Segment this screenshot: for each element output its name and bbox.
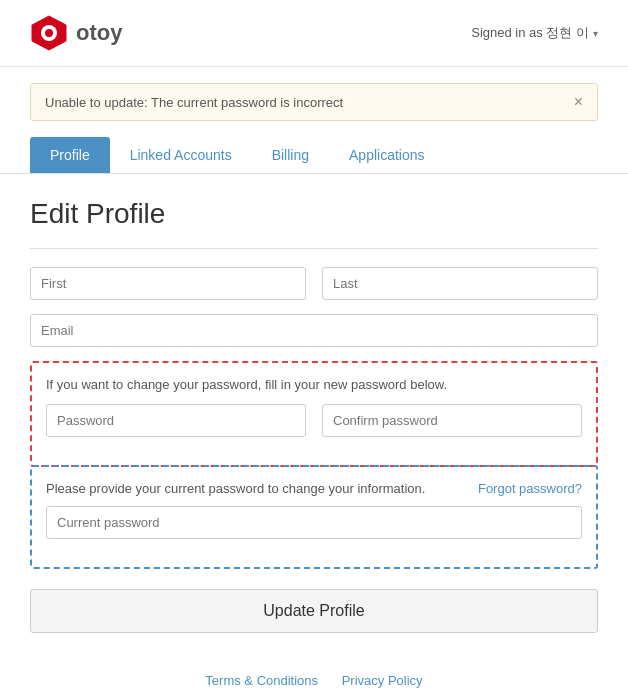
- tab-profile[interactable]: Profile: [30, 137, 110, 173]
- password-row: [46, 404, 582, 437]
- password-input[interactable]: [46, 404, 306, 437]
- error-alert: Unable to update: The current password i…: [30, 83, 598, 121]
- current-password-section: Please provide your current password to …: [30, 465, 598, 569]
- logo-text: otoy: [76, 20, 122, 46]
- alert-close-button[interactable]: ×: [574, 94, 583, 110]
- dropdown-chevron-icon: ▾: [593, 28, 598, 39]
- email-field-container: [30, 314, 598, 347]
- update-profile-button[interactable]: Update Profile: [30, 589, 598, 633]
- signed-in-label: Signed in as 정현 이: [471, 24, 589, 42]
- email-input[interactable]: [30, 314, 598, 347]
- first-name-field: [30, 267, 306, 300]
- main-content: Edit Profile If you want to change your …: [0, 174, 628, 653]
- current-password-label: Please provide your current password to …: [46, 481, 425, 496]
- new-password-field: [46, 404, 306, 437]
- page-title: Edit Profile: [30, 198, 598, 230]
- otoy-logo-icon: [30, 14, 68, 52]
- signed-in-menu[interactable]: Signed in as 정현 이 ▾: [471, 24, 598, 42]
- current-password-top: Please provide your current password to …: [46, 481, 582, 496]
- tab-linked-accounts[interactable]: Linked Accounts: [110, 137, 252, 173]
- confirm-password-field: [322, 404, 582, 437]
- footer: Terms & Conditions Privacy Policy: [0, 653, 628, 688]
- terms-link[interactable]: Terms & Conditions: [205, 673, 318, 688]
- divider: [30, 248, 598, 249]
- tab-bar: Profile Linked Accounts Billing Applicat…: [0, 137, 628, 174]
- last-name-input[interactable]: [322, 267, 598, 300]
- tab-billing[interactable]: Billing: [252, 137, 329, 173]
- forgot-password-link[interactable]: Forgot password?: [478, 481, 582, 496]
- current-password-input[interactable]: [46, 506, 582, 539]
- logo-area: otoy: [30, 14, 122, 52]
- privacy-link[interactable]: Privacy Policy: [342, 673, 423, 688]
- first-name-input[interactable]: [30, 267, 306, 300]
- current-password-field-container: [46, 506, 582, 539]
- alert-message: Unable to update: The current password i…: [45, 95, 343, 110]
- confirm-password-input[interactable]: [322, 404, 582, 437]
- last-name-field: [322, 267, 598, 300]
- password-section: If you want to change your password, fil…: [30, 361, 598, 467]
- password-hint-text: If you want to change your password, fil…: [46, 377, 582, 392]
- tab-applications[interactable]: Applications: [329, 137, 445, 173]
- name-row: [30, 267, 598, 300]
- header: otoy Signed in as 정현 이 ▾: [0, 0, 628, 67]
- svg-point-2: [45, 29, 53, 37]
